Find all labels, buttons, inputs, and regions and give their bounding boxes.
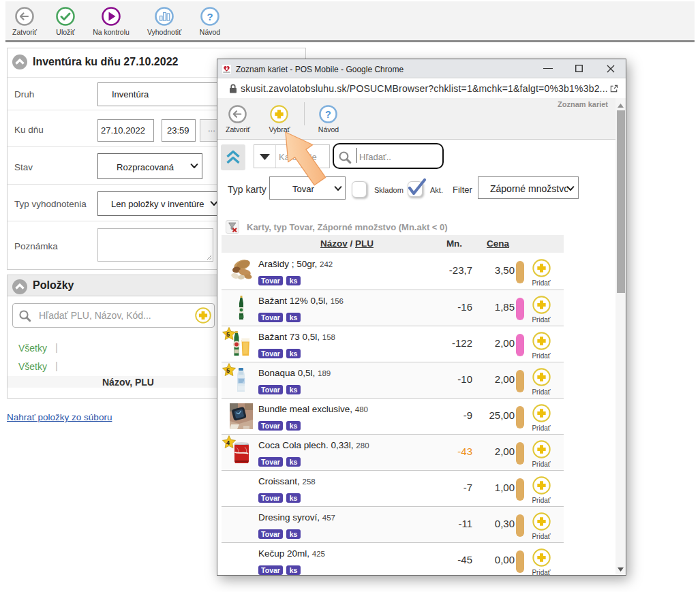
svg-text:5: 5 [226,331,230,338]
svg-text:5: 5 [226,367,230,374]
svg-text:?: ? [325,109,331,120]
svg-text:4: 4 [226,439,230,446]
svg-text:?: ? [207,11,213,22]
